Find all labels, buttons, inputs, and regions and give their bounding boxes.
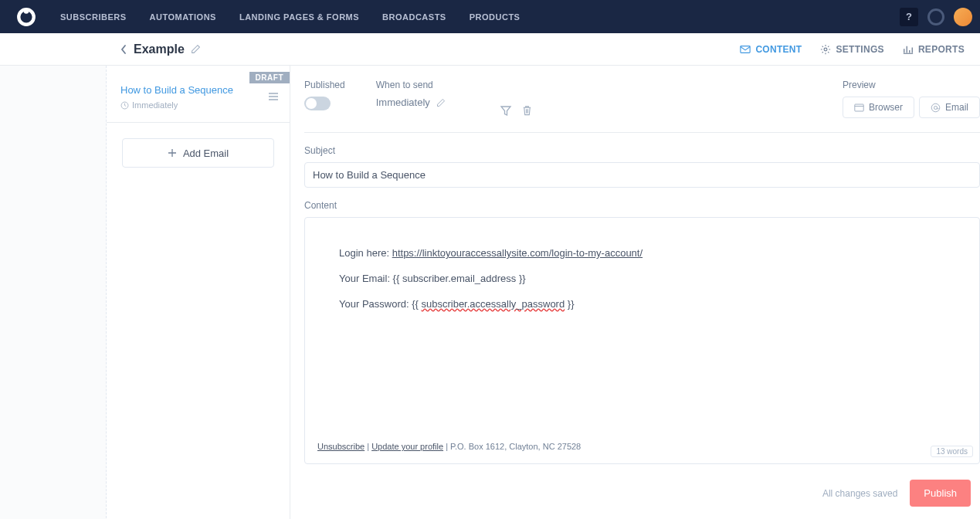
envelope-icon bbox=[740, 44, 751, 55]
gear-icon bbox=[820, 44, 831, 55]
email-list-item[interactable]: How to Build a Sequence Immediately bbox=[107, 66, 290, 123]
avatar[interactable] bbox=[954, 8, 972, 26]
email-sidebar: DRAFT How to Build a Sequence Immediatel… bbox=[107, 66, 290, 519]
edit-title-icon[interactable] bbox=[191, 44, 201, 54]
trash-icon[interactable] bbox=[521, 104, 533, 117]
email-item-title: How to Build a Sequence bbox=[120, 84, 276, 96]
content-editor[interactable]: Login here: https://linktoyouraccessally… bbox=[304, 217, 980, 464]
email-token: {{ subscriber.email_address }} bbox=[393, 273, 526, 284]
subject-label: Subject bbox=[304, 145, 980, 156]
filter-icon[interactable] bbox=[500, 104, 512, 117]
content-section: Content Login here: https://linktoyourac… bbox=[304, 188, 980, 464]
when-col: When to send Immediately bbox=[376, 80, 446, 118]
clock-icon bbox=[120, 101, 129, 110]
update-profile-link[interactable]: Update your profile bbox=[371, 442, 443, 451]
subject-section: Subject bbox=[304, 133, 980, 188]
content-label: Content bbox=[304, 200, 980, 211]
tab-reports[interactable]: REPORTS bbox=[903, 44, 965, 55]
nav-broadcasts[interactable]: BROADCASTS bbox=[382, 12, 446, 22]
activity-icon[interactable] bbox=[927, 8, 944, 25]
save-status: All changes saved bbox=[822, 488, 897, 499]
drag-handle-icon[interactable] bbox=[268, 92, 279, 101]
nav-automations[interactable]: AUTOMATIONS bbox=[150, 12, 216, 22]
preview-email-button[interactable]: Email bbox=[919, 97, 980, 118]
nav-links: SUBSCRIBERS AUTOMATIONS LANDING PAGES & … bbox=[60, 12, 900, 22]
nav-subscribers[interactable]: SUBSCRIBERS bbox=[60, 12, 127, 22]
publish-button[interactable]: Publish bbox=[910, 480, 971, 507]
preview-col: Preview Browser Email bbox=[843, 80, 980, 118]
login-link[interactable]: https://linktoyouraccessallysite.com/log… bbox=[392, 247, 643, 259]
left-gutter bbox=[0, 66, 107, 519]
published-label: Published bbox=[304, 80, 345, 90]
when-value: Immediately bbox=[376, 97, 430, 108]
nav-products[interactable]: PRODUCTS bbox=[470, 12, 521, 22]
tab-label: SETTINGS bbox=[836, 44, 883, 55]
email-prefix: Your Email: bbox=[339, 273, 393, 284]
help-button[interactable]: ? bbox=[900, 8, 918, 26]
timing-label: Immediately bbox=[132, 100, 178, 110]
main: DRAFT How to Build a Sequence Immediatel… bbox=[0, 66, 980, 519]
nav-right: ? bbox=[900, 8, 965, 26]
published-toggle[interactable] bbox=[304, 97, 331, 110]
tab-label: REPORTS bbox=[918, 44, 965, 55]
login-prefix: Login here: bbox=[339, 247, 392, 259]
logo[interactable] bbox=[15, 6, 37, 28]
svg-point-1 bbox=[24, 8, 29, 14]
at-icon bbox=[931, 103, 941, 113]
svg-rect-2 bbox=[741, 46, 750, 53]
when-label: When to send bbox=[376, 80, 446, 90]
email-body[interactable]: Login here: https://linktoyouraccessally… bbox=[339, 246, 945, 442]
tab-label: CONTENT bbox=[755, 44, 802, 55]
browser-icon bbox=[854, 103, 864, 112]
password-prefix: Your Password: {{ bbox=[339, 298, 421, 310]
word-count: 13 words bbox=[931, 446, 973, 457]
chart-icon bbox=[903, 44, 914, 55]
preview-browser-label: Browser bbox=[869, 102, 903, 113]
tab-settings[interactable]: SETTINGS bbox=[820, 44, 883, 55]
editor-pane: Published When to send Immediately bbox=[290, 66, 980, 519]
svg-point-3 bbox=[825, 48, 828, 51]
edit-when-icon[interactable] bbox=[436, 98, 446, 107]
password-token: subscriber.accessally_password bbox=[421, 298, 565, 310]
svg-point-6 bbox=[931, 103, 940, 112]
email-footer: Unsubscribe | Update your profile | P.O.… bbox=[317, 442, 945, 451]
sub-header: Example CONTENT SETTINGS REPORTS bbox=[0, 33, 980, 66]
footer-address: P.O. Box 1612, Clayton, NC 27528 bbox=[450, 442, 581, 451]
password-suffix: }} bbox=[565, 298, 574, 310]
preview-email-label: Email bbox=[945, 102, 968, 113]
preview-browser-button[interactable]: Browser bbox=[843, 97, 914, 118]
editor-header: Published When to send Immediately bbox=[304, 80, 980, 133]
sub-tabs: CONTENT SETTINGS REPORTS bbox=[740, 44, 965, 55]
header-action-icons bbox=[500, 80, 533, 118]
published-col: Published bbox=[304, 80, 345, 118]
add-email-label: Add Email bbox=[183, 148, 229, 159]
top-nav: SUBSCRIBERS AUTOMATIONS LANDING PAGES & … bbox=[0, 0, 980, 33]
add-email-button[interactable]: Add Email bbox=[122, 138, 274, 168]
svg-point-7 bbox=[934, 106, 937, 109]
email-item-meta: Immediately bbox=[120, 100, 276, 110]
preview-label: Preview bbox=[843, 80, 980, 90]
nav-landing-pages[interactable]: LANDING PAGES & FORMS bbox=[239, 12, 359, 22]
bottom-bar: All changes saved Publish bbox=[304, 464, 980, 519]
sequence-title: Example bbox=[134, 42, 185, 56]
svg-rect-5 bbox=[855, 104, 863, 111]
back-chevron-icon[interactable] bbox=[120, 44, 127, 55]
subject-input[interactable] bbox=[304, 162, 980, 188]
plus-icon bbox=[168, 148, 177, 158]
tab-content[interactable]: CONTENT bbox=[740, 44, 802, 55]
unsubscribe-link[interactable]: Unsubscribe bbox=[317, 442, 365, 451]
